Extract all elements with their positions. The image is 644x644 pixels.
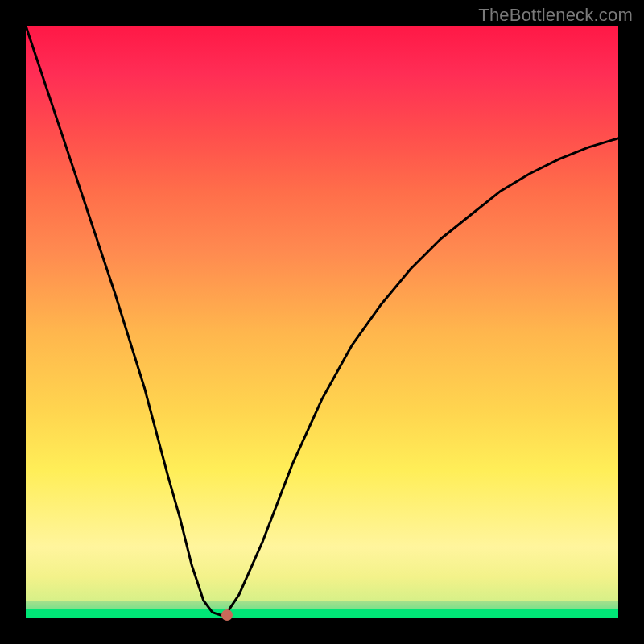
- chart-stage: TheBottleneck.com: [0, 0, 644, 644]
- curve-svg: [26, 26, 618, 618]
- plot-area: [26, 26, 618, 618]
- watermark-text: TheBottleneck.com: [478, 5, 633, 26]
- min-point-marker: [221, 609, 233, 621]
- bottleneck-curve-path: [26, 26, 618, 615]
